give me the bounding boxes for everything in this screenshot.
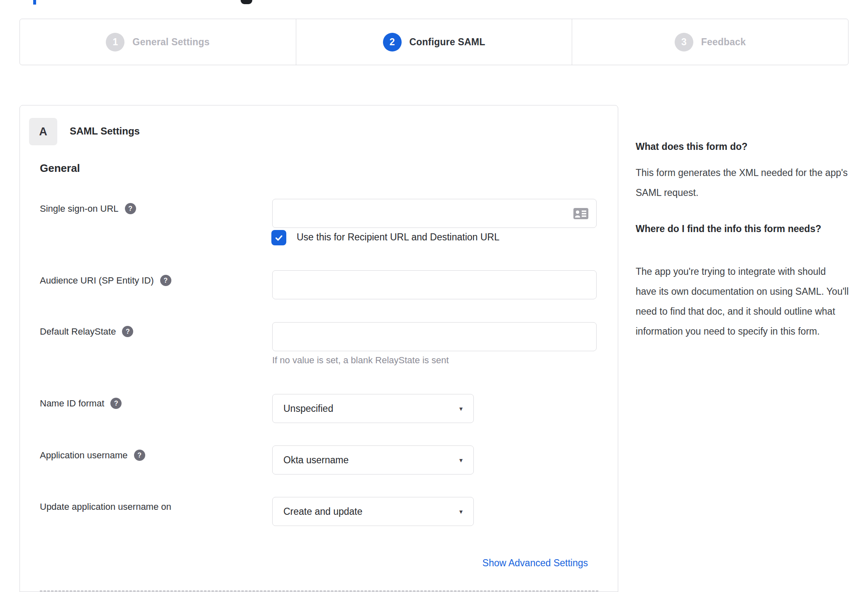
- help-icon[interactable]: ?: [110, 398, 122, 409]
- audience-uri-input[interactable]: [272, 270, 597, 299]
- sso-url-input[interactable]: [272, 199, 597, 228]
- wizard-stepper: 1 General Settings 2 Configure SAML 3 Fe…: [20, 19, 848, 65]
- step-3-badge: 3: [675, 33, 693, 51]
- name-id-format-label-text: Name ID format: [40, 398, 104, 409]
- application-username-select[interactable]: Okta username ▾: [272, 445, 474, 475]
- recipient-url-checkbox[interactable]: [271, 230, 286, 245]
- help-icon[interactable]: ?: [125, 203, 136, 214]
- step-feedback[interactable]: 3 Feedback: [572, 19, 848, 65]
- step-1-label: General Settings: [132, 37, 210, 48]
- section-title: SAML Settings: [70, 125, 140, 137]
- name-id-format-select[interactable]: Unspecified ▾: [272, 394, 474, 423]
- sso-url-label-text: Single sign-on URL: [40, 203, 119, 214]
- cutoff-title-accent: [33, 0, 36, 5]
- audience-uri-label: Audience URI (SP Entity ID) ?: [40, 275, 171, 286]
- chevron-down-icon: ▾: [459, 456, 463, 464]
- saml-settings-card: A SAML Settings General Single sign-on U…: [20, 105, 618, 592]
- update-username-value: Create and update: [283, 506, 363, 517]
- show-advanced-settings-link[interactable]: Show Advanced Settings: [483, 558, 588, 569]
- relay-state-input[interactable]: [272, 322, 597, 351]
- section-a-badge: A: [29, 118, 57, 145]
- sso-url-label: Single sign-on URL ?: [40, 203, 136, 214]
- section-dashed-divider: [40, 590, 598, 592]
- step-2-badge: 2: [383, 33, 402, 51]
- relay-state-label: Default RelayState ?: [40, 326, 133, 337]
- name-id-format-label: Name ID format ?: [40, 398, 122, 409]
- chevron-down-icon: ▾: [459, 405, 463, 413]
- relay-state-label-text: Default RelayState: [40, 326, 116, 337]
- help-icon[interactable]: ?: [160, 275, 171, 286]
- help-paragraph-form-purpose: This form generates the XML needed for t…: [636, 163, 849, 203]
- help-icon[interactable]: ?: [134, 450, 145, 461]
- help-icon[interactable]: ?: [122, 326, 133, 337]
- update-username-label-text: Update application username on: [40, 501, 171, 512]
- step-general-settings[interactable]: 1 General Settings: [20, 19, 296, 65]
- application-username-value: Okta username: [283, 455, 349, 466]
- step-1-badge: 1: [106, 33, 124, 51]
- application-username-label: Application username ?: [40, 450, 145, 461]
- update-username-select[interactable]: Create and update ▾: [272, 497, 474, 526]
- update-username-label: Update application username on: [40, 501, 171, 512]
- help-paragraph-find-info: The app you're trying to integrate with …: [636, 262, 849, 341]
- general-group-title: General: [40, 162, 80, 175]
- audience-uri-label-text: Audience URI (SP Entity ID): [40, 275, 154, 286]
- step-3-label: Feedback: [701, 37, 746, 48]
- recipient-url-checkbox-label: Use this for Recipient URL and Destinati…: [297, 232, 500, 243]
- step-2-label: Configure SAML: [410, 37, 485, 48]
- relay-state-hint: If no value is set, a blank RelayState i…: [272, 355, 449, 366]
- cutoff-header-icon: [241, 0, 252, 4]
- check-icon: [274, 233, 283, 242]
- application-username-label-text: Application username: [40, 450, 128, 461]
- chevron-down-icon: ▾: [459, 508, 463, 516]
- name-id-format-value: Unspecified: [283, 403, 333, 414]
- step-configure-saml[interactable]: 2 Configure SAML: [296, 19, 572, 65]
- help-heading-find-info: Where do I find the info this form needs…: [636, 219, 839, 239]
- help-heading-form-purpose: What does this form do?: [636, 137, 839, 157]
- contact-card-icon: [573, 208, 588, 219]
